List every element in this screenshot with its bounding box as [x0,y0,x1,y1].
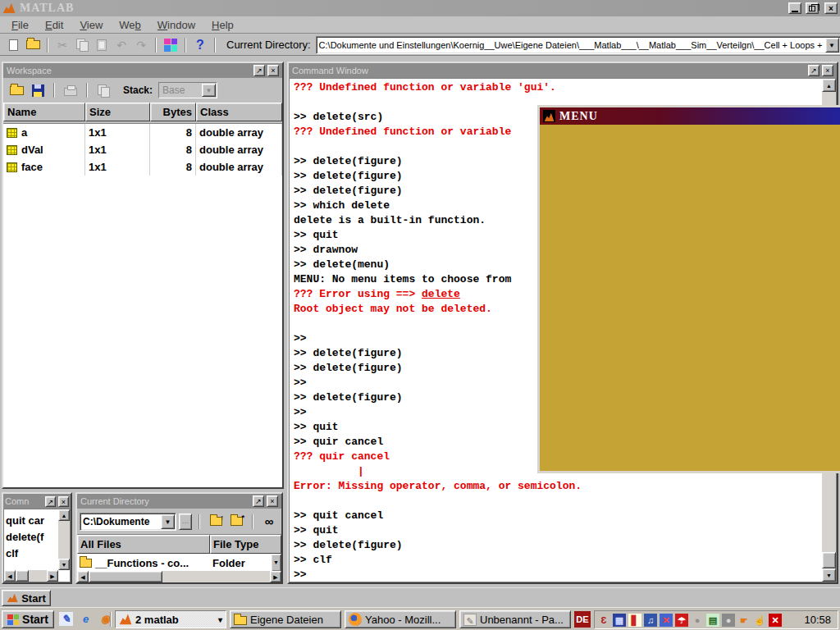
chevron-down-icon[interactable]: ▼ [161,514,175,529]
chevron-down-icon[interactable]: ▾ [218,615,222,624]
chevron-down-icon[interactable]: ▼ [202,84,216,97]
workspace-column-bytes[interactable]: Bytes [150,103,196,121]
task-2-matlab[interactable]: 2 matlab▾ [115,610,226,628]
command-line: >> clf [294,553,822,568]
chevron-down-icon[interactable]: ▼ [825,38,839,52]
undock-icon[interactable]: ↗ [45,496,56,507]
table-row[interactable]: __Functions - co...Folder [77,554,281,572]
undock-icon[interactable]: ↗ [808,65,819,76]
help-button[interactable]: ? [190,36,210,54]
horizontal-scrollbar[interactable]: ◀ ▶ [4,570,58,582]
load-workspace-button[interactable] [7,81,26,99]
find-files-button[interactable]: ∞ [260,514,278,530]
open-file-button[interactable] [23,36,43,54]
new-folder-button[interactable]: * [227,514,245,530]
scroll-down-icon[interactable]: ▼ [58,559,70,570]
up-one-level-button[interactable]: ↑ [207,514,225,530]
scroll-left-icon[interactable]: ◀ [4,570,16,582]
simulink-button[interactable] [161,36,180,54]
list-item[interactable]: quit car [6,513,57,529]
printer-icon[interactable]: ▤ [706,614,719,627]
scroll-right-icon[interactable]: ▶ [47,570,58,582]
hand-pointer-icon[interactable]: ☛ [737,614,751,627]
bar-chart-icon[interactable]: ▋ [628,614,641,627]
start-button[interactable]: Start [2,610,54,628]
menu-window-titlebar[interactable]: MENU [540,107,840,125]
menu-web[interactable]: Web [111,17,149,33]
mouse-icon[interactable]: ● [722,614,735,627]
stack-combobox[interactable]: Base ▼ [158,82,217,98]
task-eigene-dateien[interactable]: Eigene Dateien [230,610,341,628]
list-item[interactable]: delete(f [6,529,57,546]
history-list: quit cardelete(fclf [4,509,58,570]
menu-edit[interactable]: Edit [37,17,71,33]
undo-button[interactable]: ↶ [112,36,131,54]
horizontal-scrollbar[interactable]: ◀ ▶ [77,571,281,582]
scrollbar-thumb[interactable] [89,571,162,582]
epsilon-icon[interactable]: Ɛ [597,614,610,627]
task-yahoo-mozill[interactable]: Yahoo - Mozill... [345,610,456,628]
language-indicator[interactable]: DE [574,611,591,628]
scroll-up-icon[interactable]: ▲ [58,509,70,521]
directory-value: C:\Dokumente [80,516,161,527]
copy-button[interactable] [72,36,92,54]
save-workspace-button[interactable] [28,81,48,99]
print-button[interactable] [61,81,80,99]
vertical-scrollbar[interactable]: ▲ ▼ [58,509,70,570]
cd-column-file-type[interactable]: File Type [210,535,281,554]
close-icon[interactable]: × [58,496,69,507]
task-unbenannt-pa[interactable]: Unbenannt - Pa... [459,610,571,628]
internet-explorer-icon[interactable]: e [79,612,93,626]
menu-file[interactable]: File [3,17,37,33]
avira-icon[interactable]: ☂ [675,614,688,627]
undock-icon[interactable]: ↗ [253,65,265,76]
file-name-cell: __Functions - co... [77,554,210,572]
menu-window[interactable]: Window [149,17,203,33]
new-file-button[interactable] [3,36,23,54]
close-icon[interactable]: × [822,65,833,76]
workspace-column-size[interactable]: Size [85,103,150,121]
table-row[interactable]: face1x18double array [3,158,282,176]
table-row[interactable]: dVal1x18double array [3,141,282,158]
close-icon[interactable]: × [267,495,278,507]
undock-icon[interactable]: ↗ [253,495,264,507]
glove-icon[interactable]: ☝ [753,614,766,627]
blue-grid-icon[interactable]: ▦ [613,614,626,627]
volume-muted-icon[interactable]: ♫ [644,614,657,627]
scroll-right-icon[interactable]: ▶ [270,571,281,582]
scroll-left-icon[interactable]: ◀ [77,571,89,582]
new-document-icon [9,39,18,51]
menu-view[interactable]: View [71,17,111,33]
current-directory-combobox[interactable]: C:\Dokumente und Einstellungen\Koernig__… [316,36,840,54]
variable-class-cell: double array [196,124,282,141]
cd-column-all-files[interactable]: All Files [77,535,210,554]
directory-combobox[interactable]: C:\Dokumente ▼ [80,513,176,531]
restore-button[interactable] [806,2,819,14]
table-row[interactable]: a1x18double array [3,124,282,141]
show-desktop-icon[interactable]: ✎ [59,612,73,626]
copy-variable-button[interactable] [94,81,113,99]
help-icon: ? [196,39,204,51]
workspace-column-name[interactable]: Name [3,103,85,121]
paste-button[interactable] [92,36,112,54]
menu-help[interactable]: Help [203,17,242,33]
scroll-down-icon[interactable]: ▼ [271,554,281,572]
sphere-icon[interactable]: ● [691,614,704,627]
close-icon[interactable]: × [267,65,279,76]
workspace-column-class[interactable]: Class [196,103,282,121]
cut-button[interactable]: ✂ [52,36,72,54]
scrollbar-thumb[interactable] [822,552,836,568]
current-directory-toolbar: C:\Dokumente ▼ ... ↑ * ∞ [77,509,281,534]
minimize-button[interactable] [788,2,801,14]
redo-button[interactable]: ↷ [131,36,151,54]
matlab-start-button[interactable]: Start [2,590,51,606]
scroll-up-icon[interactable]: ▲ [822,79,836,92]
clock[interactable]: 10:58 [804,614,838,626]
scroll-down-icon[interactable]: ▼ [822,568,836,582]
scrollbar-thumb[interactable] [16,570,29,582]
network-offline-icon[interactable]: ✕ [660,614,673,627]
list-item[interactable]: clf [6,546,57,562]
browse-button[interactable]: ... [179,514,192,530]
close-button[interactable]: × [824,2,838,14]
security-shield-icon[interactable]: ✕ [769,614,782,627]
